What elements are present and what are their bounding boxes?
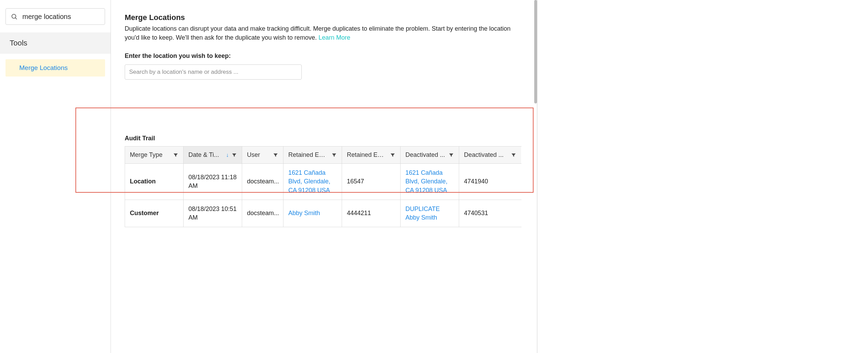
cell-datetime: 08/18/2023 11:18 AM bbox=[184, 164, 242, 200]
cell-user: docsteam... bbox=[242, 200, 283, 227]
page-title: Merge Locations bbox=[125, 13, 537, 22]
filter-icon[interactable] bbox=[390, 152, 395, 158]
cell-retained-id: 4444211 bbox=[342, 200, 401, 227]
col-label: Date & Ti... bbox=[188, 151, 219, 159]
deactivated-entity-link[interactable]: 1621 Cañada Blvd, Glendale, CA 91208 USA bbox=[405, 169, 454, 195]
filter-icon[interactable] bbox=[231, 152, 237, 158]
table-header-row: Merge Type Date & Ti... ↓ User bbox=[125, 147, 521, 163]
col-label: User bbox=[247, 151, 260, 159]
cell-deactivated-entity: DUPLICATE Abby Smith bbox=[401, 200, 459, 227]
col-retained-entity[interactable]: Retained Ent... bbox=[283, 147, 342, 163]
cell-deactivated-id: 4741940 bbox=[459, 164, 521, 200]
retained-entity-link[interactable]: Abby Smith bbox=[288, 210, 320, 217]
sort-desc-icon: ↓ bbox=[226, 152, 229, 158]
sidebar-section-tools: Tools bbox=[0, 32, 111, 54]
audit-trail-section: Audit Trail Merge Type Date & Ti... ↓ bbox=[125, 135, 537, 227]
col-deactivated-entity[interactable]: Deactivated ... bbox=[401, 147, 459, 163]
col-merge-type[interactable]: Merge Type bbox=[125, 147, 184, 163]
main-content: Merge Locations Duplicate locations can … bbox=[111, 0, 537, 353]
col-label: Deactivated ... bbox=[405, 151, 445, 159]
filter-icon[interactable] bbox=[173, 152, 178, 158]
sidebar-item-merge-locations[interactable]: Merge Locations bbox=[6, 59, 105, 77]
col-label: Merge Type bbox=[130, 151, 163, 159]
col-date-time[interactable]: Date & Ti... ↓ bbox=[184, 147, 242, 163]
location-field-label: Enter the location you wish to keep: bbox=[125, 52, 537, 60]
location-search-input[interactable] bbox=[125, 64, 302, 80]
filter-icon[interactable] bbox=[448, 152, 454, 158]
table-row: Customer 08/18/2023 10:51 AM docsteam...… bbox=[125, 200, 521, 227]
cell-datetime: 08/18/2023 10:51 AM bbox=[184, 200, 242, 227]
cell-deactivated-entity: 1621 Cañada Blvd, Glendale, CA 91208 USA bbox=[401, 164, 459, 200]
col-label: Retained Ent... bbox=[288, 151, 329, 159]
filter-icon[interactable] bbox=[511, 152, 516, 158]
col-label: Deactivated ... bbox=[464, 151, 504, 159]
audit-trail-title: Audit Trail bbox=[125, 135, 537, 142]
sidebar: Tools Merge Locations bbox=[0, 0, 111, 353]
col-user[interactable]: User bbox=[242, 147, 283, 163]
col-retained-id[interactable]: Retained Ent... bbox=[342, 147, 401, 163]
col-deactivated-id[interactable]: Deactivated ... bbox=[459, 147, 521, 163]
search-icon bbox=[11, 13, 18, 20]
cell-user: docsteam... bbox=[242, 164, 283, 200]
col-label: Retained Ent... bbox=[347, 151, 387, 159]
svg-point-0 bbox=[12, 14, 16, 18]
svg-line-1 bbox=[16, 18, 17, 19]
sidebar-search[interactable] bbox=[6, 8, 105, 25]
cell-retained-id: 16547 bbox=[342, 164, 401, 200]
deactivated-entity-link[interactable]: DUPLICATE Abby Smith bbox=[405, 205, 454, 222]
audit-table: Merge Type Date & Ti... ↓ User bbox=[125, 146, 521, 227]
cell-retained-entity: 1621 Cañada Blvd, Glendale, CA 91208 USA bbox=[283, 164, 342, 200]
learn-more-link[interactable]: Learn More bbox=[319, 34, 350, 41]
filter-icon[interactable] bbox=[273, 152, 278, 158]
sidebar-search-input[interactable] bbox=[22, 13, 100, 21]
cell-deactivated-id: 4740531 bbox=[459, 200, 521, 227]
table-row: Location 08/18/2023 11:18 AM docsteam...… bbox=[125, 163, 521, 200]
cell-retained-entity: Abby Smith bbox=[283, 200, 342, 227]
page-description: Duplicate locations can disrupt your dat… bbox=[125, 24, 521, 42]
filter-icon[interactable] bbox=[331, 152, 337, 158]
page-description-text: Duplicate locations can disrupt your dat… bbox=[125, 25, 510, 41]
retained-entity-link[interactable]: 1621 Cañada Blvd, Glendale, CA 91208 USA bbox=[288, 169, 337, 195]
cell-merge-type: Customer bbox=[125, 200, 184, 227]
cell-merge-type: Location bbox=[125, 164, 184, 200]
